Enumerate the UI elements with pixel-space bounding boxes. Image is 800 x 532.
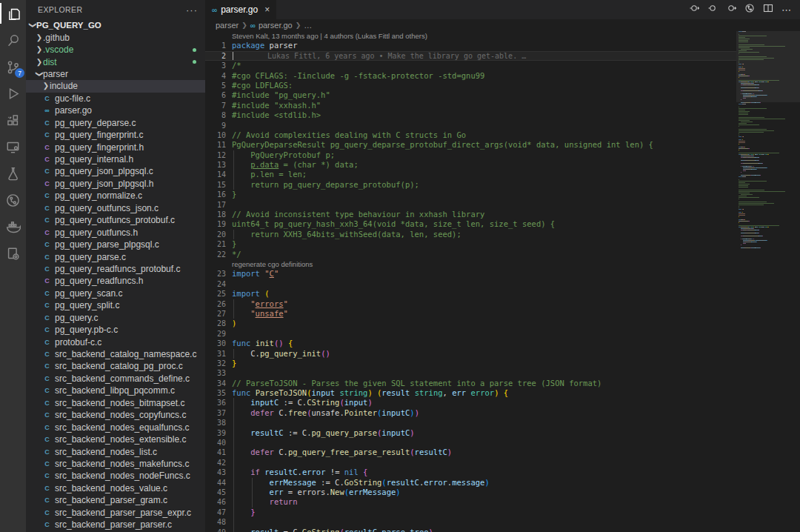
- code-line-5[interactable]: 5#cgo LDFLAGS:: [205, 81, 736, 90]
- code-line-14[interactable]: 14 p.len = len;: [205, 170, 736, 179]
- code-line-46[interactable]: 46 return: [205, 497, 736, 507]
- file-row-pg_query_parse_plpgsql.c[interactable]: Cpg_query_parse_plpgsql.c: [26, 239, 205, 250]
- file-row-pg_query_json_plpgsql.h[interactable]: Cpg_query_json_plpgsql.h: [26, 178, 205, 190]
- file-row-src_backend_nodes_value.c[interactable]: Csrc_backend_nodes_value.c: [26, 482, 205, 494]
- code-line-7[interactable]: 7#include "xxhash.h": [205, 101, 736, 110]
- compare-next-icon[interactable]: [726, 3, 736, 16]
- file-row-pg_query_json_plpgsql.c[interactable]: Cpg_query_json_plpgsql.c: [26, 165, 205, 177]
- activity-testing-icon[interactable]: [0, 160, 26, 187]
- folder-row-include[interactable]: ❯include: [26, 80, 205, 92]
- code-line-26[interactable]: 26 "errors": [205, 299, 736, 309]
- file-row-src_backend_nodes_copyfuncs.c[interactable]: Csrc_backend_nodes_copyfuncs.c: [26, 409, 205, 421]
- file-row-pg_query_outfuncs.h[interactable]: Cpg_query_outfuncs.h: [26, 226, 205, 238]
- code-line-3[interactable]: 3/*: [205, 61, 736, 70]
- folder-row-.github[interactable]: ❯.github: [26, 31, 205, 43]
- file-row-pg_query_fingerprint.c[interactable]: Cpg_query_fingerprint.c: [26, 129, 205, 141]
- file-row-pg_query_internal.h[interactable]: Cpg_query_internal.h: [26, 153, 205, 165]
- folder-row-PG_QUERY_GO[interactable]: ❯PG_QUERY_GO: [26, 19, 205, 31]
- file-row-pg_query_readfuncs.h[interactable]: Cpg_query_readfuncs.h: [26, 275, 205, 287]
- file-row-pg_query_parse.c[interactable]: Cpg_query_parse.c: [26, 250, 205, 262]
- file-row-src_backend_nodes_nodeFuncs.c[interactable]: Csrc_backend_nodes_nodeFuncs.c: [26, 470, 205, 482]
- file-row-guc-file.c[interactable]: Cguc-file.c: [26, 93, 205, 104]
- activity-search-icon[interactable]: [0, 27, 26, 53]
- file-row-pg_query_outfuncs_protobuf.c[interactable]: Cpg_query_outfuncs_protobuf.c: [26, 214, 205, 226]
- file-row-src_backend_parser_gram.c[interactable]: Csrc_backend_parser_gram.c: [26, 494, 205, 506]
- code-line-12[interactable]: 12 PgQueryProtobuf p;: [205, 150, 736, 160]
- file-row-src_backend_catalog_namespace.c[interactable]: Csrc_backend_catalog_namespace.c: [26, 348, 205, 360]
- activity-explorer-icon[interactable]: [0, 0, 26, 27]
- split-editor-icon[interactable]: [763, 3, 773, 16]
- code-line-20[interactable]: 20 return XXH3_64bits_withSeed(data, len…: [205, 230, 736, 239]
- file-row-pg_query_scan.c[interactable]: Cpg_query_scan.c: [26, 287, 205, 299]
- file-row-src_backend_nodes_list.c[interactable]: Csrc_backend_nodes_list.c: [26, 445, 205, 457]
- code-line-19[interactable]: 19uint64_t pg_query_hash_xxh3_64(void *d…: [205, 219, 736, 229]
- file-row-src_backend_nodes_bitmapset.c[interactable]: Csrc_backend_nodes_bitmapset.c: [26, 397, 205, 409]
- code-line-28[interactable]: 28): [205, 319, 736, 328]
- activity-run-debug-icon[interactable]: [0, 80, 26, 107]
- breadcrumb-symbol[interactable]: …: [304, 21, 312, 30]
- code-editor[interactable]: Steven Kalt, 13 months ago | 4 authors (…: [205, 31, 736, 532]
- file-row-src_backend_parser_parser.c[interactable]: Csrc_backend_parser_parser.c: [26, 519, 205, 531]
- code-line-30[interactable]: 30func init() {: [205, 339, 736, 348]
- breadcrumb-folder[interactable]: parser: [216, 21, 239, 30]
- code-line-15[interactable]: 15 return pg_query_deparse_protobuf(p);: [205, 180, 736, 190]
- file-row-pg_query_fingerprint.h[interactable]: Cpg_query_fingerprint.h: [26, 141, 205, 153]
- file-row-src_backend_nodes_extensible.c[interactable]: Csrc_backend_nodes_extensible.c: [26, 433, 205, 445]
- code-line-11[interactable]: 11PgQueryDeparseResult pg_query_deparse_…: [205, 140, 736, 150]
- code-line-27[interactable]: 27 "unsafe": [205, 309, 736, 319]
- code-line-47[interactable]: 47 }: [205, 508, 736, 517]
- file-row-pg_query_readfuncs_protobuf.c[interactable]: Cpg_query_readfuncs_protobuf.c: [26, 263, 205, 275]
- folder-row-.vscode[interactable]: ❯.vscode: [26, 44, 205, 56]
- code-line-13[interactable]: 13 p.data = (char *) data;: [205, 160, 736, 170]
- activity-remote-explorer-icon[interactable]: [0, 133, 26, 160]
- code-line-48[interactable]: 48: [205, 517, 736, 527]
- file-row-src_backend_nodes_makefuncs.c[interactable]: Csrc_backend_nodes_makefuncs.c: [26, 458, 205, 470]
- tab-parser-go[interactable]: ∞ parser.go ×: [205, 0, 276, 19]
- gitlens-graph-icon[interactable]: [744, 3, 755, 16]
- file-row-pg_query_outfuncs_json.c[interactable]: Cpg_query_outfuncs_json.c: [26, 202, 205, 214]
- codelens[interactable]: Steven Kalt, 13 months ago | 4 authors (…: [205, 31, 736, 41]
- activity-source-control-icon[interactable]: 7: [0, 53, 26, 80]
- file-row-src_backend_commands_define.c[interactable]: Csrc_backend_commands_define.c: [26, 373, 205, 385]
- code-line-45[interactable]: 45 err = errors.New(errMessage): [205, 488, 736, 497]
- code-line-32[interactable]: 32}: [205, 359, 736, 368]
- compare-prev-icon[interactable]: [689, 3, 699, 16]
- file-row-src_backend_catalog_pg_proc.c[interactable]: Csrc_backend_catalog_pg_proc.c: [26, 360, 205, 372]
- code-line-21[interactable]: 21}: [205, 239, 736, 249]
- code-line-49[interactable]: 49 result = C.GoString(resultC.parse_tre…: [205, 528, 736, 532]
- code-line-36[interactable]: 36 inputC := C.CString(input): [205, 398, 736, 408]
- file-row-src_backend_parser_parse_expr.c[interactable]: Csrc_backend_parser_parse_expr.c: [26, 507, 205, 519]
- activity-gitlens-icon[interactable]: [0, 187, 26, 213]
- file-row-pg_query.pb-c.c[interactable]: Cpg_query.pb-c.c: [26, 324, 205, 336]
- file-row-pg_query.c[interactable]: Cpg_query.c: [26, 312, 205, 324]
- code-line-42[interactable]: 42: [205, 458, 736, 468]
- code-line-6[interactable]: 6#include "pg_query.h": [205, 90, 736, 100]
- code-line-17[interactable]: 17: [205, 200, 736, 210]
- code-line-1[interactable]: 1package parser: [205, 41, 736, 50]
- code-line-2[interactable]: 2Lukas Fittl, 6 years ago • Make the lib…: [205, 51, 736, 61]
- breadcrumb-file[interactable]: parser.go: [259, 21, 293, 30]
- code-line-24[interactable]: 24: [205, 279, 736, 289]
- code-line-29[interactable]: 29: [205, 329, 736, 339]
- code-line-39[interactable]: 39 resultC := C.pg_query_parse(inputC): [205, 428, 736, 438]
- code-line-16[interactable]: 16}: [205, 190, 736, 199]
- code-line-8[interactable]: 8#include <stdlib.h>: [205, 110, 736, 120]
- blame-toggle-icon[interactable]: [707, 3, 718, 16]
- file-row-protobuf-c.c[interactable]: Cprotobuf-c.c: [26, 336, 205, 348]
- activity-extensions-icon[interactable]: [0, 107, 26, 133]
- code-line-23[interactable]: 23import "C": [205, 269, 736, 279]
- file-row-pg_query_split.c[interactable]: Cpg_query_split.c: [26, 299, 205, 311]
- code-line-25[interactable]: 25import (: [205, 289, 736, 299]
- file-row-parser.go[interactable]: ∞parser.go: [26, 104, 205, 116]
- code-line-22[interactable]: 22*/: [205, 250, 736, 259]
- file-row-src_backend_libpq_pqcomm.c[interactable]: Csrc_backend_libpq_pqcomm.c: [26, 385, 205, 396]
- code-line-35[interactable]: 35func ParseToJSON(input string) (result…: [205, 388, 736, 398]
- code-line-4[interactable]: 4#cgo CFLAGS: -Iinclude -g -fstack-prote…: [205, 71, 736, 81]
- folder-row-parser[interactable]: ❯parser: [26, 68, 205, 80]
- code-line-10[interactable]: 10// Avoid complexities dealing with C s…: [205, 130, 736, 140]
- code-line-37[interactable]: 37 defer C.free(unsafe.Pointer(inputC)): [205, 408, 736, 418]
- code-line-33[interactable]: 33: [205, 368, 736, 378]
- activity-project-settings-icon[interactable]: [0, 240, 26, 267]
- code-line-44[interactable]: 44 errMessage := C.GoString(resultC.erro…: [205, 478, 736, 488]
- code-line-31[interactable]: 31 C.pg_query_init(): [205, 349, 736, 359]
